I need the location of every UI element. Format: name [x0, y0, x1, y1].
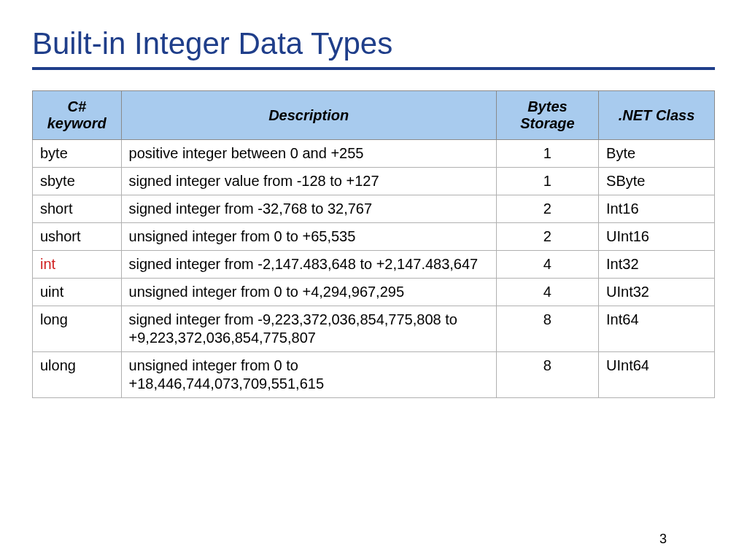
table-row: uintunsigned integer from 0 to +4,294,96… — [33, 279, 715, 306]
cell-net-class: Int16 — [599, 195, 715, 223]
slide-container: Built-in Integer Data Types C# keyword D… — [0, 0, 747, 398]
cell-net-class: UInt32 — [599, 279, 715, 306]
table-row: longsigned integer from -9,223,372,036,8… — [33, 306, 715, 352]
cell-net-class: Byte — [599, 140, 715, 168]
cell-net-class: SByte — [599, 168, 715, 195]
col-header-keyword: C# keyword — [33, 91, 122, 140]
cell-bytes: 8 — [496, 352, 598, 398]
cell-bytes: 1 — [496, 168, 598, 195]
cell-keyword: uint — [33, 279, 122, 306]
cell-bytes: 4 — [496, 279, 598, 306]
cell-bytes: 2 — [496, 223, 598, 251]
table-row: ulongunsigned integer from 0 to +18,446,… — [33, 352, 715, 398]
cell-description: signed integer from -32,768 to 32,767 — [121, 195, 496, 223]
cell-bytes: 4 — [496, 251, 598, 279]
cell-keyword: short — [33, 195, 122, 223]
cell-net-class: Int64 — [599, 306, 715, 352]
table-header-row: C# keyword Description Bytes Storage .NE… — [33, 91, 715, 140]
cell-net-class: UInt64 — [599, 352, 715, 398]
title-underline — [32, 67, 715, 70]
cell-bytes: 8 — [496, 306, 598, 352]
cell-keyword: long — [33, 306, 122, 352]
cell-description: unsigned integer from 0 to +18,446,744,0… — [121, 352, 496, 398]
table-row: ushortunsigned integer from 0 to +65,535… — [33, 223, 715, 251]
cell-net-class: Int32 — [599, 251, 715, 279]
cell-description: signed integer from -2,147.483,648 to +2… — [121, 251, 496, 279]
cell-bytes: 1 — [496, 140, 598, 168]
page-number: 3 — [659, 532, 667, 547]
cell-net-class: UInt16 — [599, 223, 715, 251]
cell-keyword: int — [33, 251, 122, 279]
cell-description: unsigned integer from 0 to +65,535 — [121, 223, 496, 251]
page-title: Built-in Integer Data Types — [32, 26, 715, 61]
table-row: sbytesigned integer value from -128 to +… — [33, 168, 715, 195]
cell-description: positive integer between 0 and +255 — [121, 140, 496, 168]
col-header-bytes: Bytes Storage — [496, 91, 598, 140]
col-header-net: .NET Class — [599, 91, 715, 140]
cell-description: signed integer from -9,223,372,036,854,7… — [121, 306, 496, 352]
cell-keyword: ulong — [33, 352, 122, 398]
cell-bytes: 2 — [496, 195, 598, 223]
cell-keyword: ushort — [33, 223, 122, 251]
cell-description: signed integer value from -128 to +127 — [121, 168, 496, 195]
col-header-description: Description — [121, 91, 496, 140]
table-row: bytepositive integer between 0 and +2551… — [33, 140, 715, 168]
cell-description: unsigned integer from 0 to +4,294,967,29… — [121, 279, 496, 306]
table-row: intsigned integer from -2,147.483,648 to… — [33, 251, 715, 279]
cell-keyword: byte — [33, 140, 122, 168]
cell-keyword: sbyte — [33, 168, 122, 195]
datatype-table: C# keyword Description Bytes Storage .NE… — [32, 90, 715, 398]
table-row: shortsigned integer from -32,768 to 32,7… — [33, 195, 715, 223]
